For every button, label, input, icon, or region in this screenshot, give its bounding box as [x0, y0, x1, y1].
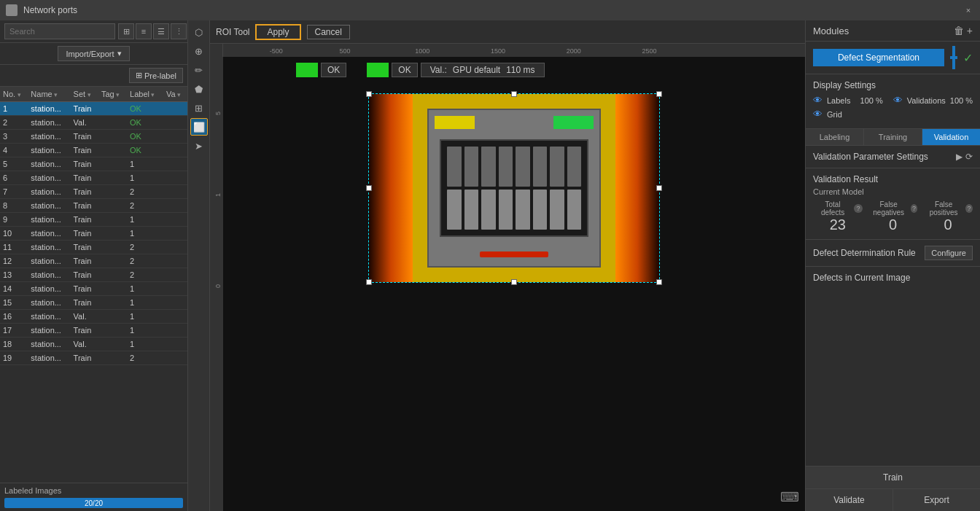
selection-tool[interactable]: ⬜: [190, 118, 208, 136]
table-row[interactable]: 17 station... Train 1: [0, 324, 187, 338]
handle-mr[interactable]: [656, 185, 662, 191]
cell-label: OK: [127, 102, 163, 116]
polygon-tool[interactable]: ⬟: [190, 80, 208, 98]
col-set[interactable]: Set: [71, 87, 98, 102]
crosshair-tool[interactable]: ⊕: [190, 42, 208, 60]
val-settings-expand[interactable]: ▶: [956, 152, 962, 162]
grid-eye-icon[interactable]: 👁: [813, 109, 822, 120]
tab-labeling[interactable]: Labeling: [806, 129, 864, 145]
cell-name: station...: [28, 199, 70, 213]
prelabel-button[interactable]: ⊞ Pre-label: [129, 68, 183, 83]
labels-eye-icon[interactable]: 👁: [813, 95, 822, 106]
cell-va: [163, 296, 187, 310]
cancel-button[interactable]: Cancel: [307, 25, 350, 39]
validations-eye-icon[interactable]: 👁: [893, 95, 903, 106]
right-panel: Modules 🗑 + Defect Segmentation ✓ Displa…: [805, 20, 980, 511]
table-row[interactable]: 18 station... Val. 1: [0, 338, 187, 351]
cell-no: 15: [0, 296, 28, 310]
check-mark: ✓: [963, 51, 973, 65]
cell-set: Train: [71, 144, 98, 157]
table-row[interactable]: 5 station... Train 1: [0, 157, 187, 171]
filter-icon[interactable]: ⊞: [118, 23, 134, 39]
table-row[interactable]: 12 station... Train 2: [0, 254, 187, 268]
total-defects-info[interactable]: ?: [854, 204, 863, 213]
pointer-tool[interactable]: ⬡: [190, 23, 208, 41]
transform-tool[interactable]: ⊞: [190, 99, 208, 117]
table-row[interactable]: 11 station... Train 2: [0, 241, 187, 254]
table-row[interactable]: 8 station... Train 2: [0, 199, 187, 213]
handle-tr[interactable]: [656, 91, 662, 97]
cell-name: station...: [28, 338, 70, 351]
col-name[interactable]: Name: [28, 87, 70, 102]
table-row[interactable]: 6 station... Train 1: [0, 171, 187, 185]
handle-ml[interactable]: [366, 185, 372, 191]
cell-name: station...: [28, 157, 70, 171]
cell-no: 19: [0, 351, 28, 365]
handle-bc[interactable]: [511, 279, 517, 285]
handle-br[interactable]: [656, 279, 662, 285]
cell-label: OK: [127, 144, 163, 157]
close-button[interactable]: ×: [962, 4, 974, 16]
apply-button[interactable]: Apply: [255, 24, 300, 40]
handle-tl[interactable]: [366, 91, 372, 97]
tab-training[interactable]: Training: [864, 129, 922, 145]
train-button[interactable]: Train: [806, 467, 980, 489]
tabs-row: Labeling Training Validation: [806, 129, 980, 146]
configure-button[interactable]: Configure: [925, 246, 973, 260]
cell-name: station...: [28, 171, 70, 185]
image-table[interactable]: No. Name Set Tag Label Va 1 station... T…: [0, 87, 187, 483]
cell-va: [163, 254, 187, 268]
table-row[interactable]: 10 station... Train 1: [0, 227, 187, 241]
val-settings-history[interactable]: ⟳: [965, 152, 973, 162]
options-icon[interactable]: ⋮: [171, 23, 187, 39]
sort-icon[interactable]: ≡: [136, 23, 152, 39]
bottom-actions: Train Validate Export: [806, 466, 980, 511]
table-row[interactable]: 2 station... Val. OK: [0, 116, 187, 130]
table-row[interactable]: 14 station... Train 1: [0, 282, 187, 296]
cell-tag: [98, 227, 127, 241]
modules-title: Modules: [813, 26, 849, 36]
export-button[interactable]: Export: [893, 489, 980, 511]
defect-seg-button[interactable]: Defect Segmentation: [813, 49, 944, 66]
labels-row: 👁 Labels 100 % 👁 Validations 100 %: [813, 95, 973, 106]
handle-tc[interactable]: [511, 91, 517, 97]
col-va[interactable]: Va: [163, 87, 187, 102]
false-negatives-info[interactable]: ?: [911, 204, 918, 213]
cell-no: 12: [0, 254, 28, 268]
pen-tool[interactable]: ✏: [190, 61, 208, 79]
table-row[interactable]: 19 station... Train 2: [0, 351, 187, 365]
delete-module-button[interactable]: 🗑: [954, 25, 964, 36]
table-row[interactable]: 13 station... Train 2: [0, 268, 187, 282]
table-row[interactable]: 9 station... Train 1: [0, 213, 187, 227]
grid-row: 👁 Grid: [813, 109, 973, 120]
cell-va: [163, 144, 187, 157]
import-export-button[interactable]: Import/Export ▾: [58, 46, 129, 61]
col-no[interactable]: No.: [0, 87, 28, 102]
table-row[interactable]: 15 station... Train 1: [0, 296, 187, 310]
table-row[interactable]: 16 station... Val. 1: [0, 310, 187, 324]
cell-name: station...: [28, 185, 70, 199]
cell-label: 1: [127, 227, 163, 241]
false-positives-info[interactable]: ?: [965, 204, 973, 213]
col-label[interactable]: Label: [127, 87, 163, 102]
cell-tag: [98, 268, 127, 282]
cell-no: 1: [0, 102, 28, 116]
list-icon[interactable]: ☰: [153, 23, 169, 39]
cell-va: [163, 310, 187, 324]
cell-label: 2: [127, 268, 163, 282]
table-row[interactable]: 3 station... Train OK: [0, 130, 187, 144]
tab-validation[interactable]: Validation: [922, 129, 980, 145]
handle-bl[interactable]: [366, 279, 372, 285]
table-row[interactable]: 7 station... Train 2: [0, 185, 187, 199]
validate-button[interactable]: Validate: [806, 489, 893, 511]
cell-va: [163, 116, 187, 130]
table-row[interactable]: 1 station... Train OK: [0, 102, 187, 116]
val-label: Val.:: [430, 65, 447, 75]
search-input[interactable]: [4, 23, 115, 39]
add-module-button[interactable]: +: [967, 25, 973, 36]
keyboard-icon[interactable]: ⌨: [780, 489, 799, 505]
col-tag[interactable]: Tag: [98, 87, 127, 102]
image-view[interactable]: OK OK Val.: GPU default 110 ms: [223, 57, 805, 511]
arrow-tool[interactable]: ➤: [190, 137, 208, 155]
table-row[interactable]: 4 station... Train OK: [0, 144, 187, 157]
